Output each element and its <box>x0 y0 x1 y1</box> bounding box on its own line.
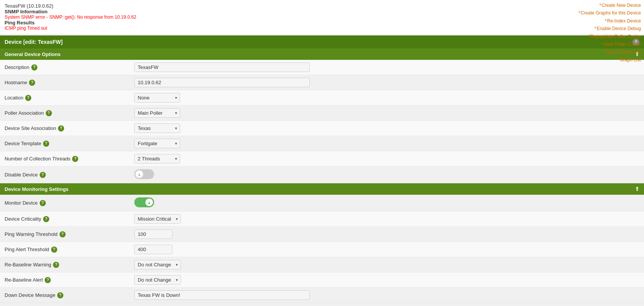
device-template-select-wrapper: None Fortigate Cisco <box>134 139 180 148</box>
general-section-title: General Device Options <box>5 51 61 57</box>
disable-device-row: Disable Device ? ▲ <box>0 167 644 183</box>
device-criticality-label: Device Criticality ? <box>5 216 134 222</box>
device-edit-header: Device [edit: TexasFW] ? <box>0 35 644 48</box>
device-criticality-control: Mission Critical High Medium Low <box>134 214 639 224</box>
device-edit-title: Device [edit: TexasFW] <box>5 39 63 45</box>
device-site-label: Device Site Association ? <box>5 125 134 131</box>
description-input[interactable] <box>134 62 310 72</box>
re-baseline-alert-control: Do not Change Yes No <box>134 275 639 285</box>
ping-alert-control <box>134 245 639 254</box>
device-site-control: None Texas Other <box>134 123 639 133</box>
monitor-device-row: Monitor Device ? ▲ <box>0 195 644 211</box>
ping-warning-input[interactable] <box>134 229 172 239</box>
monitor-device-control: ▲ <box>134 197 639 208</box>
hostname-help-icon[interactable]: ? <box>29 80 35 86</box>
location-select[interactable]: None Texas Other <box>134 93 180 103</box>
poller-association-select-wrapper: Main Poller Other Poller <box>134 108 180 118</box>
description-row: Description ? <box>0 60 644 75</box>
create-graphs-link[interactable]: Create Graphs for this Device <box>578 9 641 17</box>
down-device-message-help-icon[interactable]: ? <box>57 292 63 298</box>
down-device-message-input[interactable] <box>134 290 310 300</box>
hostname-label: Hostname ? <box>5 80 134 86</box>
re-baseline-warning-help-icon[interactable]: ? <box>53 262 59 268</box>
ping-alert-input[interactable] <box>134 245 172 254</box>
poller-association-control: Main Poller Other Poller <box>134 108 639 118</box>
device-template-help-icon[interactable]: ? <box>43 141 49 147</box>
location-control: None Texas Other <box>134 93 639 103</box>
device-template-label: Device Template ? <box>5 141 134 147</box>
monitor-device-toggle-icon: ▲ <box>147 200 151 205</box>
re-index-device-link[interactable]: Re-Index Device <box>578 17 641 25</box>
snmp-header: SNMP Information <box>5 9 639 14</box>
graph-list-link[interactable]: Graph List <box>578 56 641 64</box>
collection-threads-help-icon[interactable]: ? <box>72 156 78 162</box>
device-site-help-icon[interactable]: ? <box>58 125 64 131</box>
device-site-select[interactable]: None Texas Other <box>134 123 180 133</box>
poller-association-label: Poller Association ? <box>5 110 134 116</box>
location-label: Location ? <box>5 95 134 101</box>
description-control <box>134 62 639 72</box>
side-links: Create New Device Create Graphs for this… <box>575 0 644 65</box>
collection-threads-control: 1 Thread 2 Threads 4 Threads <box>134 154 639 163</box>
ping-alert-help-icon[interactable]: ? <box>51 247 57 253</box>
location-row: Location ? None Texas Other <box>0 90 644 106</box>
collection-threads-label: Number of Collection Threads ? <box>5 156 134 162</box>
device-template-row: Device Template ? None Fortigate Cisco <box>0 136 644 151</box>
device-template-select[interactable]: None Fortigate Cisco <box>134 139 180 148</box>
description-help-icon[interactable]: ? <box>31 64 37 70</box>
monitoring-collapse-icon[interactable]: ⇑ <box>635 186 639 192</box>
ping-alert-label: Ping Alert Threshold ? <box>5 247 134 253</box>
device-criticality-select[interactable]: Mission Critical High Medium Low <box>134 214 181 224</box>
re-baseline-warning-label: Re-Baseline Warning ? <box>5 262 134 268</box>
monitoring-section-title: Device Monitoring Settings <box>5 186 69 192</box>
collection-threads-select[interactable]: 1 Thread 2 Threads 4 Threads <box>134 154 180 163</box>
re-baseline-alert-select[interactable]: Do not Change Yes No <box>134 275 181 285</box>
down-device-message-row: Down Device Message ? <box>0 288 644 303</box>
hostname-row: Hostname ? <box>0 75 644 90</box>
repopulate-poller-cache-link[interactable]: Repopulate Poller Cache <box>578 33 641 40</box>
re-baseline-alert-help-icon[interactable]: ? <box>45 277 51 283</box>
enable-device-debug-link[interactable]: Enable Device Debug <box>578 25 641 32</box>
re-baseline-warning-select[interactable]: Do not Change Yes No <box>134 260 181 269</box>
hostname-input[interactable] <box>134 78 310 87</box>
hostname-control <box>134 78 639 87</box>
poller-association-help-icon[interactable]: ? <box>46 110 52 116</box>
monitor-device-help-icon[interactable]: ? <box>40 200 46 206</box>
ping-warning-control <box>134 229 639 239</box>
snmp-error: System SNMP error - SNMP::get(): No resp… <box>5 14 639 20</box>
main-content: Device [edit: TexasFW] ? General Device … <box>0 35 644 303</box>
disable-device-help-icon[interactable]: ? <box>40 172 46 178</box>
disable-device-toggle-icon: ▲ <box>137 172 141 176</box>
disable-device-control: ▲ <box>134 169 639 180</box>
monitor-device-toggle[interactable]: ▲ <box>134 197 154 207</box>
down-device-message-control <box>134 290 639 300</box>
create-new-device-link[interactable]: Create New Device <box>578 2 641 9</box>
general-section-header: General Device Options ⇑ <box>0 48 644 60</box>
data-source-list-link[interactable]: Data Source List <box>578 48 641 56</box>
ping-warning-label: Ping Warning Threshold ? <box>5 231 134 237</box>
re-baseline-warning-select-wrapper: Do not Change Yes No <box>134 260 181 269</box>
monitor-device-label: Monitor Device ? <box>5 200 134 206</box>
poller-association-row: Poller Association ? Main Poller Other P… <box>0 106 644 121</box>
poller-association-select[interactable]: Main Poller Other Poller <box>134 108 180 118</box>
ping-error: ICMP ping Timed out <box>5 26 639 31</box>
ping-warning-row: Ping Warning Threshold ? <box>0 227 644 242</box>
location-select-wrapper: None Texas Other <box>134 93 180 103</box>
device-template-control: None Fortigate Cisco <box>134 139 639 148</box>
disable-device-toggle[interactable]: ▲ <box>134 169 154 179</box>
collection-threads-select-wrapper: 1 Thread 2 Threads 4 Threads <box>134 154 180 163</box>
collection-threads-row: Number of Collection Threads ? 1 Thread … <box>0 151 644 167</box>
description-label: Description ? <box>5 64 134 70</box>
ping-header: Ping Results <box>5 20 639 26</box>
location-help-icon[interactable]: ? <box>25 95 31 101</box>
view-poller-cache-link[interactable]: View Poller Cache <box>578 40 641 48</box>
re-baseline-warning-row: Re-Baseline Warning ? Do not Change Yes … <box>0 257 644 272</box>
re-baseline-alert-label: Re-Baseline Alert ? <box>5 277 134 283</box>
device-criticality-row: Device Criticality ? Mission Critical Hi… <box>0 211 644 227</box>
monitoring-section-header: Device Monitoring Settings ⇑ <box>0 183 644 195</box>
device-criticality-help-icon[interactable]: ? <box>43 216 49 222</box>
device-criticality-select-wrapper: Mission Critical High Medium Low <box>134 214 181 224</box>
re-baseline-alert-row: Re-Baseline Alert ? Do not Change Yes No <box>0 272 644 288</box>
ping-warning-help-icon[interactable]: ? <box>60 231 66 237</box>
device-site-select-wrapper: None Texas Other <box>134 123 180 133</box>
